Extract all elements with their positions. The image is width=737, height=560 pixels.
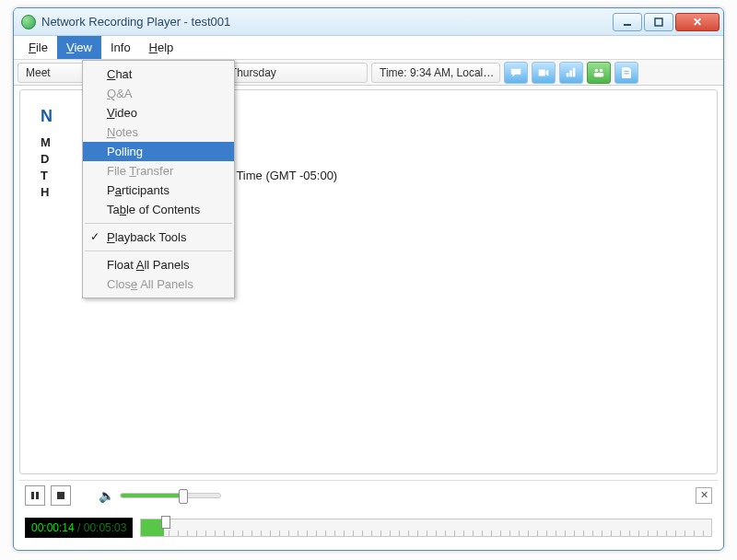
pause-button[interactable] (25, 485, 45, 506)
view-dropdown: Chat Q&A Video Notes Polling File Transf… (82, 60, 235, 298)
minimize-button[interactable] (613, 13, 642, 31)
menu-item-notes[interactable]: Notes (83, 122, 234, 142)
poll-icon-button[interactable] (559, 62, 583, 84)
menu-separator (85, 251, 232, 251)
svg-rect-3 (569, 70, 572, 76)
volume-icon[interactable]: 🔈 (99, 488, 114, 503)
volume-slider[interactable] (120, 493, 221, 498)
menubar: File View Info Help (14, 36, 723, 60)
menu-separator (85, 223, 232, 224)
player-bar: 🔈 ✕ (19, 480, 718, 509)
close-button[interactable]: ✕ (675, 13, 719, 31)
app-icon (21, 15, 36, 29)
svg-point-6 (600, 68, 603, 72)
menu-item-toc[interactable]: Table of Contents (83, 200, 234, 219)
timeline-bar: 00:00:14 / 00:05:03 (19, 513, 718, 542)
video-icon-button[interactable] (532, 62, 556, 84)
volume-thumb[interactable] (179, 489, 188, 504)
svg-point-5 (595, 68, 599, 72)
svg-rect-0 (624, 24, 631, 26)
time-readout: 00:00:14 / 00:05:03 (25, 518, 133, 538)
participants-icon-button[interactable] (587, 62, 611, 84)
timeline-ticks (141, 531, 711, 536)
svg-rect-4 (573, 67, 576, 76)
window-title: Network Recording Player - test001 (41, 15, 613, 29)
menu-item-participants[interactable]: Participants (83, 181, 234, 200)
timeline-thumb[interactable] (161, 516, 170, 529)
notes-icon-button[interactable] (614, 62, 638, 84)
svg-rect-8 (31, 492, 34, 499)
menu-view[interactable]: View (57, 36, 101, 59)
menu-item-chat[interactable]: Chat (83, 64, 234, 84)
panel-close-button[interactable]: ✕ (696, 487, 712, 504)
volume-fill (121, 494, 181, 497)
timeline-slider[interactable] (140, 519, 712, 537)
svg-rect-10 (57, 492, 64, 499)
svg-rect-9 (36, 492, 39, 499)
menu-file[interactable]: File (19, 36, 57, 59)
stop-button[interactable] (51, 485, 71, 506)
svg-rect-7 (594, 73, 604, 76)
chat-icon-button[interactable] (504, 62, 528, 84)
menu-item-polling[interactable]: Polling (83, 142, 234, 161)
time-field: Time: 9:34 AM, Local… (371, 63, 500, 83)
menu-help[interactable]: Help (140, 36, 183, 59)
menu-info[interactable]: Info (101, 36, 140, 59)
menu-item-video[interactable]: Video (83, 103, 234, 122)
titlebar: Network Recording Player - test001 ✕ (14, 8, 723, 36)
svg-rect-2 (567, 73, 569, 76)
menu-item-qa[interactable]: Q&A (83, 84, 234, 103)
menu-item-file-transfer[interactable]: File Transfer (83, 161, 234, 181)
window-controls: ✕ (613, 13, 719, 31)
svg-rect-1 (655, 18, 662, 26)
maximize-button[interactable] (644, 13, 673, 31)
app-window: Network Recording Player - test001 ✕ Fil… (13, 7, 724, 551)
menu-item-playback-tools[interactable]: Playback Tools (83, 228, 234, 247)
menu-item-float-all[interactable]: Float All Panels (83, 255, 234, 274)
menu-item-close-all[interactable]: Close All Panels (83, 274, 234, 294)
